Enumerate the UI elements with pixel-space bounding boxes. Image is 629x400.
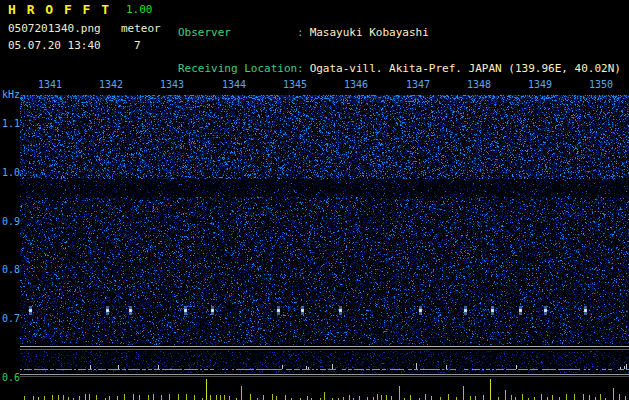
time-label-1343: 1343 xyxy=(160,80,184,90)
info-label: Receiving Location xyxy=(178,63,297,75)
freq-label-bottom: 0.6 xyxy=(2,373,20,383)
separator-line-top-2 xyxy=(20,349,629,350)
echo-count: 7 xyxy=(134,40,141,52)
time-label-1341: 1341 xyxy=(38,80,62,90)
separator-line-bottom-1 xyxy=(20,374,629,375)
datetime-label: 05.07.20 13:40 xyxy=(8,40,101,52)
separator-line-top-1 xyxy=(20,346,629,347)
app-version: 1.00 xyxy=(126,4,153,16)
signal-level-canvas xyxy=(20,351,629,373)
info-label: Observer xyxy=(178,27,297,39)
freq-label-0.7: 0.7 xyxy=(2,314,20,324)
info-value: Masayuki Kobayashi xyxy=(310,26,429,39)
freq-label-1.0: 1.0 xyxy=(2,168,20,178)
freq-unit-label: kHz xyxy=(2,90,20,100)
time-label-1347: 1347 xyxy=(406,80,430,90)
separator-line-bottom-2 xyxy=(20,376,629,377)
spectrogram-canvas xyxy=(20,95,629,345)
info-colon: : xyxy=(297,26,310,39)
app-title: H R O F F T xyxy=(8,2,111,17)
output-filename: 0507201340.png xyxy=(8,23,101,35)
freq-label-1.1: 1.1 xyxy=(2,119,20,129)
time-label-1344: 1344 xyxy=(222,80,246,90)
time-label-1349: 1349 xyxy=(528,80,552,90)
info-line-location: Receiving Location:Ogata-vill. Akita-Pre… xyxy=(178,63,621,75)
info-line-observer: Observer:Masayuki Kobayashi xyxy=(178,27,621,39)
time-label-1342: 1342 xyxy=(99,80,123,90)
time-label-1345: 1345 xyxy=(283,80,307,90)
minute-ticks-canvas xyxy=(20,378,629,400)
info-value: Ogata-vill. Akita-Pref. JAPAN (139.96E, … xyxy=(310,62,621,75)
time-label-1346: 1346 xyxy=(344,80,368,90)
time-label-1348: 1348 xyxy=(467,80,491,90)
freq-label-0.9: 0.9 xyxy=(2,217,20,227)
hrofft-window: H R O F F T 1.00 0507201340.png meteor 0… xyxy=(0,0,629,400)
time-label-1350: 1350 xyxy=(589,80,613,90)
info-colon: : xyxy=(297,62,310,75)
mode-label: meteor xyxy=(121,23,161,35)
freq-label-0.8: 0.8 xyxy=(2,265,20,275)
